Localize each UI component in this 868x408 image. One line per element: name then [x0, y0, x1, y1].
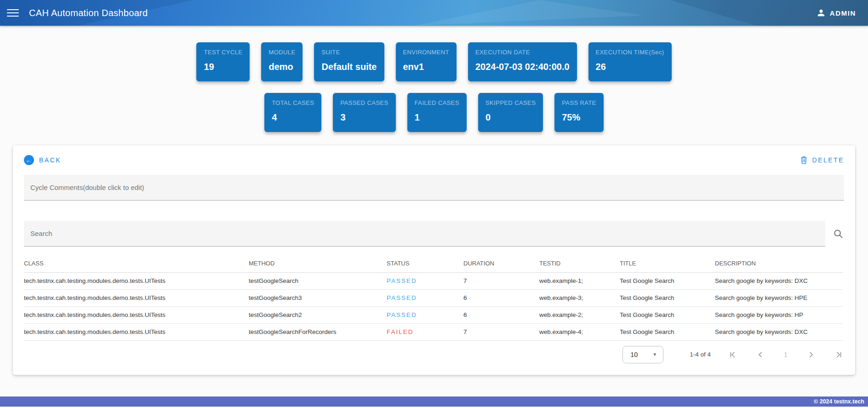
copyright-label: © 2024 testnx.tech — [814, 398, 864, 405]
description-cell: Search google by keywords: HPE — [711, 289, 843, 306]
summary-cards-row-1: TEST CYCLE 19 MODULE demo SUITE Default … — [0, 42, 868, 81]
search-row — [24, 221, 844, 247]
class-cell: tech.testnx.cah.testing.modules.demo.tes… — [24, 289, 245, 306]
duration-cell: 7 — [460, 323, 536, 340]
page-title: CAH Automation Dashboard — [29, 8, 148, 18]
cycle-comments-input[interactable] — [24, 175, 844, 201]
stat-label: PASS RATE — [562, 99, 596, 106]
stat-label: TOTAL CASES — [272, 99, 314, 106]
table-row[interactable]: tech.testnx.cah.testing.modules.demo.tes… — [24, 289, 843, 306]
stat-card-module: MODULE demo — [261, 42, 303, 81]
status-cell: PASSED — [383, 272, 460, 289]
status-cell: PASSED — [383, 306, 460, 323]
header-facet-decoration — [414, 0, 644, 26]
description-cell: Search google by keywords: DXC — [711, 272, 843, 289]
cycle-comments-field-wrap — [24, 175, 844, 201]
description-cell: Search google by keywords: DXC — [711, 323, 843, 340]
next-page-icon[interactable] — [805, 349, 817, 360]
delete-button[interactable]: DELETE — [800, 156, 844, 164]
method-cell: testGoogleSearchForRecorders — [245, 323, 383, 340]
testid-cell: web.example-1; — [536, 272, 616, 289]
stat-label: PASSED CASES — [340, 99, 388, 106]
stat-value: 0 — [485, 112, 536, 123]
stat-card-passed-cases: PASSED CASES 3 — [333, 93, 395, 132]
pagination-bar: 10 ▼ 1-4 of 4 1 — [24, 345, 844, 364]
stat-value: 2024-07-03 02:40:00.0 — [475, 62, 570, 72]
panel-toolbar: ← BACK DELETE — [24, 153, 844, 167]
stat-label: EXECUTION DATE — [475, 49, 570, 56]
method-cell: testGoogleSearch — [245, 272, 383, 289]
column-header-class[interactable]: CLASS — [24, 255, 245, 272]
delete-button-label: DELETE — [812, 156, 844, 164]
stat-card-execution-date: EXECUTION DATE 2024-07-03 02:40:00.0 — [468, 42, 577, 81]
prev-page-icon[interactable] — [755, 349, 766, 360]
table-row[interactable]: tech.testnx.cah.testing.modules.demo.tes… — [24, 306, 843, 323]
column-header-title[interactable]: TITLE — [616, 255, 711, 272]
description-cell: Search google by keywords: HP — [711, 306, 843, 323]
stat-value: 75% — [562, 112, 596, 123]
duration-cell: 7 — [460, 272, 536, 289]
user-name-label: ADMIN — [830, 9, 856, 17]
title-cell: Test Google Search — [616, 289, 711, 306]
title-cell: Test Google Search — [616, 272, 711, 289]
search-input[interactable] — [24, 221, 825, 247]
duration-cell: 6 — [460, 289, 536, 306]
stat-value: 3 — [340, 112, 388, 123]
stat-card-suite: SUITE Default suite — [314, 42, 384, 81]
stat-label: TEST CYCLE — [204, 49, 242, 56]
page-size-select[interactable]: 10 ▼ — [622, 346, 663, 363]
menu-icon[interactable] — [7, 9, 19, 17]
stat-label: SUITE — [321, 49, 377, 56]
class-cell: tech.testnx.cah.testing.modules.demo.tes… — [24, 306, 245, 323]
delete-icon — [800, 156, 807, 164]
footer: © 2024 testnx.tech — [0, 397, 868, 407]
first-page-icon[interactable] — [727, 349, 738, 360]
stat-card-skipped-cases: SKIPPED CASES 0 — [478, 93, 543, 132]
back-button-label: BACK — [39, 156, 61, 164]
column-header-testid[interactable]: TESTID — [536, 255, 616, 272]
column-header-duration[interactable]: DURATION — [460, 255, 536, 272]
current-page-number[interactable]: 1 — [782, 351, 789, 358]
table-header-row: CLASS METHOD STATUS DURATION TESTID TITL… — [24, 255, 843, 272]
duration-cell: 6 — [460, 306, 536, 323]
class-cell: tech.testnx.cah.testing.modules.demo.tes… — [24, 323, 245, 340]
stat-label: MODULE — [268, 49, 295, 56]
stat-card-failed-cases: FAILED CASES 1 — [407, 93, 467, 132]
back-icon: ← — [24, 155, 34, 165]
stat-card-environment: ENVIRONMENT env1 — [396, 42, 457, 81]
stat-value: Default suite — [321, 62, 377, 72]
search-icon[interactable] — [832, 229, 844, 239]
testid-cell: web.example-3; — [536, 289, 616, 306]
stat-label: ENVIRONMENT — [403, 49, 449, 56]
stat-label: FAILED CASES — [415, 99, 459, 106]
status-cell: FAILED — [383, 323, 460, 340]
page-size-value: 10 — [630, 351, 638, 358]
column-header-description[interactable]: DESCRIPTION — [711, 255, 843, 272]
stat-value: env1 — [403, 62, 449, 72]
stat-value: 4 — [272, 112, 314, 123]
results-table: CLASS METHOD STATUS DURATION TESTID TITL… — [24, 255, 843, 341]
user-icon — [817, 8, 826, 17]
pagination-range-label: 1-4 of 4 — [690, 351, 711, 358]
dropdown-caret-icon: ▼ — [652, 352, 657, 357]
results-panel: ← BACK DELETE — [13, 145, 855, 375]
title-cell: Test Google Search — [616, 306, 711, 323]
last-page-icon[interactable] — [833, 349, 844, 360]
user-menu[interactable]: ADMIN — [817, 8, 856, 17]
stat-label: EXECUTION TIME(Sec) — [596, 49, 664, 56]
stat-card-pass-rate: PASS RATE 75% — [554, 93, 604, 132]
summary-cards-row-2: TOTAL CASES 4 PASSED CASES 3 FAILED CASE… — [0, 93, 868, 132]
stat-card-total-cases: TOTAL CASES 4 — [264, 93, 321, 132]
table-row[interactable]: tech.testnx.cah.testing.modules.demo.tes… — [24, 272, 843, 289]
column-header-method[interactable]: METHOD — [245, 255, 383, 272]
stat-value: 1 — [415, 112, 459, 123]
table-row[interactable]: tech.testnx.cah.testing.modules.demo.tes… — [24, 323, 843, 340]
method-cell: testGoogleSearch3 — [245, 289, 383, 306]
back-button[interactable]: ← BACK — [24, 155, 61, 165]
stat-value: 19 — [204, 62, 242, 72]
status-cell: PASSED — [383, 289, 460, 306]
stat-value: demo — [268, 62, 295, 72]
stat-card-execution-time: EXECUTION TIME(Sec) 26 — [588, 42, 672, 81]
column-header-status[interactable]: STATUS — [383, 255, 460, 272]
stat-card-test-cycle: TEST CYCLE 19 — [196, 42, 250, 81]
